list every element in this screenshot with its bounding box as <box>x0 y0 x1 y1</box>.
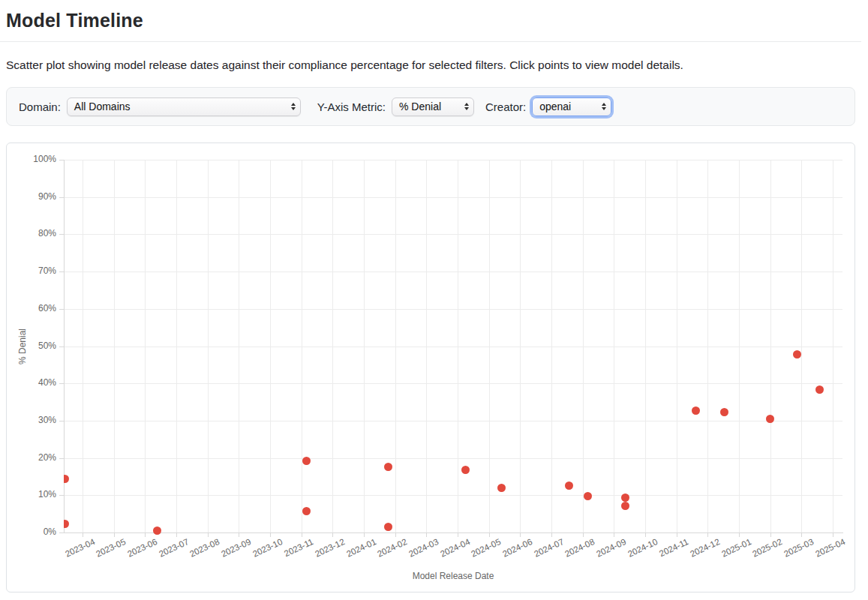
domain-select[interactable]: All Domains <box>67 98 301 116</box>
scatter-point[interactable] <box>384 463 392 471</box>
scatter-point[interactable] <box>793 350 801 358</box>
scatter-point[interactable] <box>384 523 392 531</box>
y-tick-label: 20% <box>38 452 56 463</box>
select-arrows-icon <box>602 103 606 110</box>
filter-bar: Domain: All Domains Y-Axis Metric: % Den… <box>6 87 855 126</box>
y-tick-label: 10% <box>38 489 56 500</box>
scatter-chart: 0%10%20%30%40%50%60%70%80%90%100%2023-04… <box>6 142 855 592</box>
scatter-point[interactable] <box>720 408 728 416</box>
metric-select[interactable]: % Denial <box>392 98 474 116</box>
creator-select[interactable]: openai <box>532 98 611 116</box>
metric-label: Y-Axis Metric: <box>317 100 386 113</box>
y-tick-label: 80% <box>38 228 56 238</box>
points-layer <box>64 143 842 548</box>
scatter-point[interactable] <box>621 494 629 502</box>
y-tick-label: 50% <box>38 340 56 351</box>
metric-select-value: % Denial <box>399 100 441 112</box>
scatter-point[interactable] <box>153 526 161 535</box>
scatter-point[interactable] <box>692 406 700 415</box>
domain-label: Domain: <box>19 100 61 113</box>
scatter-point[interactable] <box>815 386 824 394</box>
scatter-point[interactable] <box>64 475 69 483</box>
creator-label: Creator: <box>485 100 526 113</box>
y-tick-label: 40% <box>38 377 56 388</box>
y-axis-title: % Denial <box>17 328 28 364</box>
scatter-point[interactable] <box>565 482 573 490</box>
y-tick-label: 60% <box>38 303 56 314</box>
creator-select-value: openai <box>539 100 571 112</box>
title-divider <box>0 41 861 42</box>
page-description: Scatter plot showing model release dates… <box>6 58 831 72</box>
x-axis-title: Model Release Date <box>413 571 494 581</box>
y-tick-label: 30% <box>38 415 56 425</box>
scatter-point[interactable] <box>302 457 311 465</box>
scatter-point[interactable] <box>766 415 774 423</box>
y-tick-label: 90% <box>38 191 56 202</box>
scatter-point[interactable] <box>621 502 629 510</box>
page: Model Timeline Scatter plot showing mode… <box>0 0 868 600</box>
scatter-point[interactable] <box>584 492 592 500</box>
page-title: Model Timeline <box>6 10 143 32</box>
y-tick-label: 0% <box>44 526 56 537</box>
scatter-point[interactable] <box>64 520 69 528</box>
domain-select-value: All Domains <box>74 100 131 112</box>
y-tick-label: 70% <box>38 266 56 276</box>
select-arrows-icon <box>464 103 469 110</box>
scatter-point[interactable] <box>461 466 470 474</box>
select-arrows-icon <box>291 103 296 110</box>
scatter-point[interactable] <box>497 484 506 492</box>
y-tick-label: 100% <box>33 154 56 164</box>
scatter-point[interactable] <box>302 507 311 515</box>
